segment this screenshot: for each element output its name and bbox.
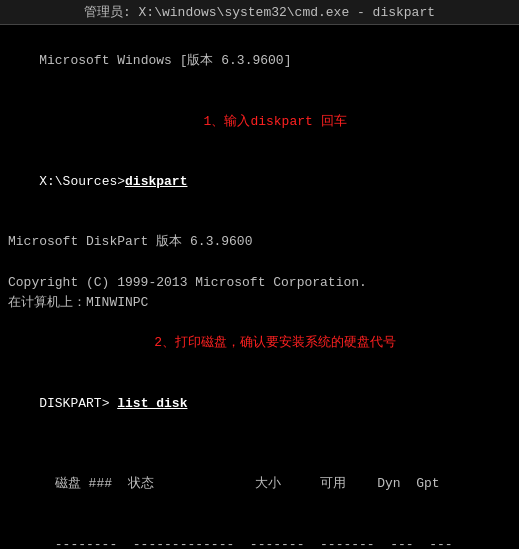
title-bar: 管理员: X:\windows\system32\cmd.exe - diskp… bbox=[0, 0, 519, 25]
line-win-version: Microsoft Windows [版本 6.3.9600] bbox=[8, 31, 511, 91]
blank-1 bbox=[8, 212, 511, 232]
blank-2 bbox=[8, 253, 511, 273]
terminal: Microsoft Windows [版本 6.3.9600] 1、输入disk… bbox=[0, 25, 519, 546]
cmd-diskpart: diskpart bbox=[125, 174, 187, 189]
blank-3 bbox=[8, 434, 511, 454]
cmd-list-disk: list disk bbox=[117, 396, 187, 411]
computer-name: 在计算机上：MINWINPC bbox=[8, 293, 511, 313]
annotation-1: 1、输入diskpart 回车 bbox=[8, 91, 511, 151]
annotation-2: 2、打印磁盘，确认要安装系统的硬盘代号 bbox=[8, 313, 511, 373]
prompt-1: X:\Sources> bbox=[39, 174, 125, 189]
diskpart-version: Microsoft DiskPart 版本 6.3.9600 bbox=[8, 232, 511, 252]
title-text: 管理员: X:\windows\system32\cmd.exe - diskp… bbox=[84, 5, 435, 20]
copyright: Copyright (C) 1999-2013 Microsoft Corpor… bbox=[8, 273, 511, 293]
table-divider: -------- ------------- ------- ------- -… bbox=[8, 514, 511, 546]
line-list-disk: DISKPART> list disk bbox=[8, 373, 511, 433]
prompt-2: DISKPART> bbox=[39, 396, 117, 411]
win-version-text: Microsoft Windows [版本 6.3.9600] bbox=[39, 53, 291, 68]
table-header: 磁盘 ### 状态 大小 可用 Dyn Gpt bbox=[8, 454, 511, 514]
line-diskpart-cmd: X:\Sources>diskpart bbox=[8, 152, 511, 212]
